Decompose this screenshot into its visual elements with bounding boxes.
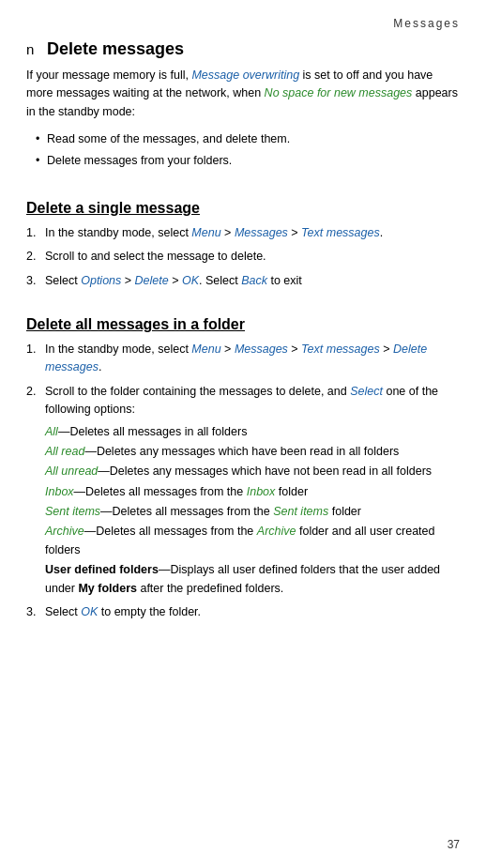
step-num-3: 3. xyxy=(26,272,36,290)
all-step-1-text: In the standby mode, select Menu > Messa… xyxy=(45,343,427,373)
select-link: Select xyxy=(350,385,383,398)
all-step-1: 1. In the standby mode, select Menu > Me… xyxy=(26,341,460,377)
step-num-1: 1. xyxy=(26,224,36,242)
page-header: Messages xyxy=(26,17,460,30)
sent-label: Sent items xyxy=(45,505,100,518)
all-step-3-text: Select OK to empty the folder. xyxy=(45,605,201,618)
list-item: Delete messages from your folders. xyxy=(36,152,460,170)
ok-link: OK xyxy=(182,274,199,287)
delete-link: Delete xyxy=(135,274,169,287)
section-heading: n Delete messages xyxy=(26,39,460,59)
option-user-defined: User defined folders—Displays all user d… xyxy=(45,561,460,598)
all-unread-label: All unread xyxy=(45,464,98,478)
all-messages-heading: Delete all messages in a folder xyxy=(26,316,460,333)
option-all-read: All read—Deletes any messages which have… xyxy=(45,443,460,461)
bullet-text-2: Delete messages from your folders. xyxy=(47,154,232,167)
list-item: Read some of the messages, and delete th… xyxy=(36,130,460,148)
step-3-text: Select Options > Delete > OK. Select Bac… xyxy=(45,274,302,287)
archive-label: Archive xyxy=(45,525,84,538)
all-label: All xyxy=(45,425,58,438)
text-messages-link2: Text messages xyxy=(301,343,380,356)
step-3: 3. Select Options > Delete > OK. Select … xyxy=(26,272,460,290)
all-step-num-2: 2. xyxy=(26,383,36,401)
all-step-2: 2. Scroll to the folder containing the m… xyxy=(26,383,460,598)
sub-options: All—Deletes all messages in all folders … xyxy=(45,423,460,598)
text-messages-link: Text messages xyxy=(301,226,380,239)
section-n: n xyxy=(26,41,34,57)
step-1: 1. In the standby mode, select Menu > Me… xyxy=(26,224,460,242)
option-all-unread: All unread—Deletes any messages which ha… xyxy=(45,463,460,480)
single-message-heading: Delete a single message xyxy=(26,200,460,217)
all-messages-steps: 1. In the standby mode, select Menu > Me… xyxy=(26,341,460,621)
step2-intro: Scroll to the folder containing the mess… xyxy=(45,385,438,416)
intro-part1: If your message memory is full, xyxy=(26,69,191,82)
section-title: Delete messages xyxy=(47,39,184,59)
option-inbox: Inbox—Deletes all messages from the Inbo… xyxy=(45,483,460,501)
options-link: Options xyxy=(81,274,121,287)
bullet-text-1: Read some of the messages, and delete th… xyxy=(47,132,290,145)
step-num-2: 2. xyxy=(26,248,36,266)
all-step-num-3: 3. xyxy=(26,603,36,621)
messages-link: Messages xyxy=(235,226,288,239)
all-read-label: All read xyxy=(45,445,84,458)
sent-ref: Sent items xyxy=(273,505,328,518)
option-all: All—Deletes all messages in all folders xyxy=(45,423,460,441)
section-n-spacer xyxy=(38,43,41,57)
page-number: 37 xyxy=(448,838,460,851)
single-message-steps: 1. In the standby mode, select Menu > Me… xyxy=(26,224,460,290)
step-2: 2. Scroll to and select the message to d… xyxy=(26,248,460,266)
option-sent: Sent items—Deletes all messages from the… xyxy=(45,503,460,521)
back-link: Back xyxy=(241,274,267,287)
inbox-ref: Inbox xyxy=(247,485,276,498)
no-space-link: No space for new messages xyxy=(265,86,413,99)
all-step-3: 3. Select OK to empty the folder. xyxy=(26,603,460,621)
option-archive: Archive—Deletes all messages from the Ar… xyxy=(45,523,460,559)
step-1-text: In the standby mode, select Menu > Messa… xyxy=(45,226,383,239)
ok-link2: OK xyxy=(81,605,98,618)
header-title: Messages xyxy=(393,17,460,30)
step-2-text: Scroll to and select the message to dele… xyxy=(45,250,266,263)
my-folders-ref: My folders xyxy=(78,582,137,595)
all-step-num-1: 1. xyxy=(26,341,36,358)
all-step-2-text: Scroll to the folder containing the mess… xyxy=(45,385,460,598)
bullet-list: Read some of the messages, and delete th… xyxy=(36,130,460,170)
archive-ref: Archive xyxy=(257,525,296,538)
intro-paragraph: If your message memory is full, Message … xyxy=(26,67,460,121)
messages-link2: Messages xyxy=(235,343,288,356)
menu-link2: Menu xyxy=(191,343,220,356)
message-overwriting-link: Message overwriting xyxy=(191,69,299,82)
menu-link: Menu xyxy=(191,226,220,239)
inbox-label: Inbox xyxy=(45,485,74,498)
user-defined-label: User defined folders xyxy=(45,563,159,576)
